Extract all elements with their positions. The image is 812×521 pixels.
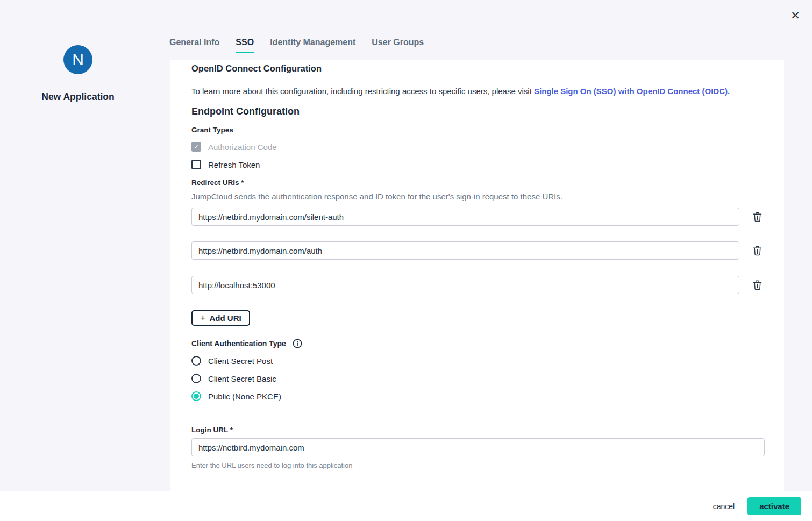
checkbox-refresh-token[interactable]: Refresh Token [191,159,784,170]
close-icon[interactable]: ✕ [787,8,803,24]
sso-config-panel: OpenID Connect Configuration To learn mo… [170,60,784,491]
redirect-uri-row [191,276,784,294]
tab-identity-management[interactable]: Identity Management [270,38,355,52]
delete-uri-button[interactable] [753,212,762,222]
redirect-uris-label: Redirect URIs * [191,178,784,188]
redirect-uri-row [191,208,784,226]
client-auth-type-label: Client Authentication Type [191,339,286,348]
trash-icon [753,246,762,256]
activate-button[interactable]: activate [747,497,801,515]
cancel-button[interactable]: cancel [713,502,735,511]
application-summary: N New Application [11,45,145,103]
checkbox-checked-disabled: ✓ [191,142,201,152]
client-auth-type-row: Client Authentication Type [191,338,784,349]
radio-selected[interactable] [191,391,201,401]
footer-bar: cancel activate [0,491,812,521]
trash-icon [753,212,762,222]
delete-uri-button[interactable] [753,280,762,290]
avatar: N [63,45,92,74]
delete-uri-button[interactable] [753,246,762,256]
panel-title: OpenID Connect Configuration [191,62,784,74]
radio-label: Client Secret Basic [208,374,276,383]
redirect-uri-input-1[interactable] [191,208,739,226]
check-icon: ✓ [194,143,199,151]
tab-bar: General Info SSO Identity Management Use… [169,38,424,53]
redirect-uris-description: JumpCloud sends the authentication respo… [191,191,784,203]
intro-text: To learn more about this configuration, … [191,85,784,97]
radio-public-none-pkce[interactable]: Public (None PKCE) [191,391,784,402]
radio-unselected[interactable] [191,374,201,383]
login-url-input[interactable] [191,438,765,456]
login-url-help-text: Enter the URL users need to log into thi… [191,461,784,470]
oidc-docs-link[interactable]: Single Sign On (SSO) with OpenID Connect… [534,87,730,96]
add-uri-label: Add URI [210,313,241,323]
endpoint-configuration-heading: Endpoint Configuration [191,105,784,118]
radio-unselected[interactable] [191,356,201,366]
checkbox-authorization-code: ✓ Authorization Code [191,141,784,152]
tab-sso[interactable]: SSO [236,38,254,53]
radio-client-secret-basic[interactable]: Client Secret Basic [191,373,784,384]
checkbox-label: Refresh Token [208,160,260,169]
tab-user-groups[interactable]: User Groups [372,38,424,52]
tab-general-info[interactable]: General Info [169,38,219,52]
add-uri-button[interactable]: + Add URI [191,310,250,326]
plus-icon: + [200,313,206,323]
info-icon[interactable] [293,339,302,348]
radio-label: Client Secret Post [208,356,273,366]
redirect-uri-input-3[interactable] [191,276,739,294]
redirect-uri-row [191,241,784,260]
intro-text-plain: To learn more about this configuration, … [191,87,534,96]
redirect-uri-input-2[interactable] [191,241,739,260]
checkbox-label: Authorization Code [208,142,277,152]
grant-types-label: Grant Types [191,125,784,135]
radio-label: Public (None PKCE) [208,392,281,401]
page-title: New Application [41,91,114,103]
login-url-label: Login URL * [191,425,784,435]
radio-client-secret-post[interactable]: Client Secret Post [191,355,784,366]
checkbox-unchecked[interactable] [191,160,201,169]
trash-icon [753,280,762,290]
